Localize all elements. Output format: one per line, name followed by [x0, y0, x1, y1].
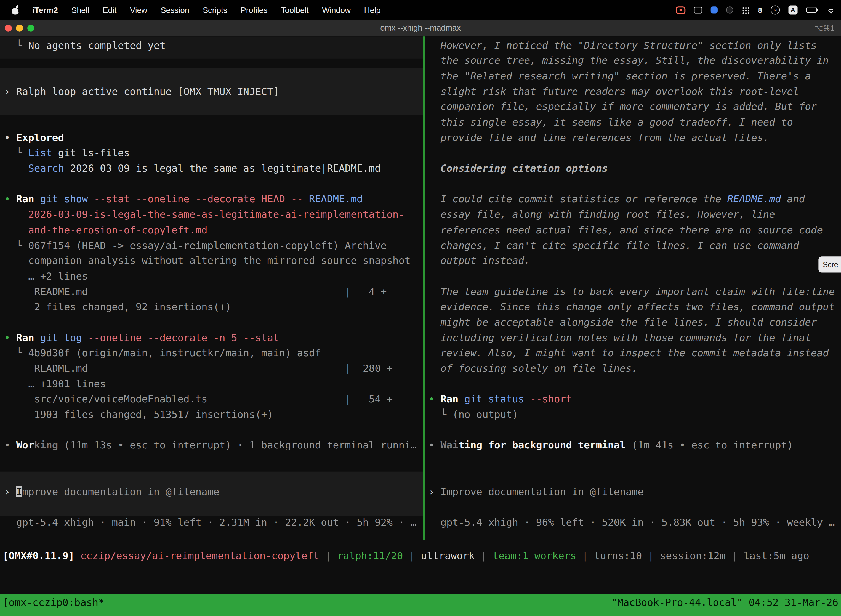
text-seg	[524, 393, 530, 405]
apple-bite-icon	[18, 10, 20, 12]
separator: |	[642, 550, 660, 561]
term-line: └ 067f154 (HEAD -> essay/ai-reimplementa…	[4, 238, 423, 253]
text-seg: src/voice/voiceModeEnabled.ts	[4, 393, 208, 405]
menu-item-shell[interactable]: Shell	[72, 5, 89, 14]
term-line	[428, 176, 841, 192]
wifi-icon[interactable]	[827, 6, 836, 13]
prompt-placeholder: mprove documentation in @filename	[22, 486, 219, 497]
figure-eight-icon[interactable]: 8	[758, 6, 762, 14]
term-line: slight risk that future readers may over…	[428, 84, 841, 100]
text-seg: README.md	[4, 286, 88, 297]
text-seg: However, I noticed the "Directory Struct…	[428, 40, 817, 51]
menu-item-help[interactable]: Help	[364, 5, 381, 14]
session-label: session:12m	[660, 550, 725, 561]
text-seg	[4, 163, 28, 174]
prompt-line[interactable]: › Improve documentation in @filename	[4, 484, 423, 500]
prompt-chevron: ›	[4, 486, 16, 497]
menu-item-edit[interactable]: Edit	[103, 5, 116, 14]
term-line: └ List git ls-files	[4, 146, 423, 161]
term-line: I could cite commit statistics or refere…	[428, 192, 841, 207]
screen: iTerm2 Shell Edit View Session Scripts P…	[0, 0, 841, 616]
dark-app-icon[interactable]	[726, 6, 733, 13]
screen-pill[interactable]: Scre	[818, 257, 841, 273]
term-line: • Ran git log --oneline --decorate -n 5 …	[4, 330, 423, 346]
right-pane-lines: However, I noticed the "Directory Struct…	[425, 38, 841, 530]
menu-item-view[interactable]: View	[130, 5, 147, 14]
close-button[interactable]	[5, 25, 12, 31]
dots-grid-icon[interactable]	[742, 6, 749, 13]
text-cursor: I	[16, 486, 22, 497]
window-grid-icon[interactable]	[694, 7, 702, 13]
text-seg: might be acceptable alongside the file l…	[428, 317, 817, 328]
right-terminal-pane[interactable]: However, I noticed the "Directory Struct…	[425, 37, 841, 540]
prompt-line[interactable]: › Improve documentation in @filename	[428, 484, 841, 500]
term-line: • Explored	[4, 130, 423, 146]
text-seg: Wor	[16, 440, 34, 451]
text-seg: companion analysis without altering the …	[4, 255, 410, 266]
menu-item-session[interactable]: Session	[161, 5, 189, 14]
bullet-icon: •	[4, 194, 16, 205]
text-seg: provide file and line references from th…	[428, 132, 769, 143]
term-line: • Ran git show --stat --oneline --decora…	[4, 192, 423, 207]
diffstat-seg: | 4 +	[345, 284, 387, 299]
zoom-button[interactable]	[27, 25, 34, 31]
text-seg: Search	[28, 163, 64, 174]
bullet-icon: •	[428, 393, 440, 405]
term-line	[4, 500, 423, 515]
text-seg: companion file, especially if more comme…	[428, 101, 817, 112]
apple-menu-icon[interactable]	[11, 5, 19, 14]
file-link: README.md	[727, 194, 781, 205]
text-seg	[88, 194, 94, 205]
waiting-status-line: • Waiting for background terminal (1m 41…	[428, 438, 841, 453]
omx-version: [OMX#0.11.9]	[3, 550, 80, 561]
term-line: and-the-erosion-of-copyleft.md	[4, 223, 423, 238]
input-source-icon[interactable]: A	[788, 5, 797, 14]
term-line: └ (no output)	[428, 407, 841, 423]
thinking-heading: Considering citation options	[428, 161, 841, 176]
term-line: src/voice/voiceModeEnabled.ts| 54 +	[4, 392, 423, 407]
bullet-icon: •	[428, 440, 440, 451]
text-seg	[34, 332, 40, 343]
prompt-placeholder: Improve documentation in @filename	[440, 486, 643, 497]
tmux-session-window: [omx-cczip0:bash*	[3, 594, 104, 610]
separator: |	[726, 550, 744, 561]
text-seg: (1m 41s • esc to interrupt)	[626, 440, 793, 451]
menu-item-window[interactable]: Window	[322, 5, 351, 14]
menu-item-toolbelt[interactable]: Toolbelt	[281, 5, 309, 14]
text-seg: Ran	[16, 332, 34, 343]
text-seg: the "Related research writing" section i…	[428, 70, 811, 82]
term-line	[4, 99, 423, 115]
bullet-icon: •	[4, 132, 16, 143]
battery-percent-badge-icon[interactable]: .61	[771, 5, 780, 14]
window-title-bar[interactable]: omx --xhigh --madmax ⌥⌘1	[0, 20, 841, 37]
text-seg: README.md	[309, 194, 363, 205]
battery-icon[interactable]	[806, 7, 818, 13]
menu-bar-left: iTerm2 Shell Edit View Session Scripts P…	[0, 5, 381, 14]
menu-item-profiles[interactable]: Profiles	[240, 5, 267, 14]
screen-recording-indicator-icon[interactable]	[676, 6, 686, 13]
term-line: companion file, especially if more comme…	[428, 99, 841, 115]
working-status-line: • Working (11m 13s • esc to interrupt) ·…	[4, 438, 423, 453]
text-seg: … +2 lines	[4, 270, 88, 282]
tree-branch-icon: └	[4, 40, 28, 51]
menu-item-iterm2[interactable]: iTerm2	[32, 5, 58, 14]
blue-app-icon[interactable]	[711, 6, 718, 13]
text-seg: output instead.	[428, 255, 530, 266]
tmux-status-bar: [omx-cczip0:bash* "MacBook-Pro-44.local"…	[0, 594, 841, 616]
menu-item-scripts[interactable]: Scripts	[203, 5, 227, 14]
minimize-button[interactable]	[16, 25, 23, 31]
text-seg: git status	[464, 393, 524, 405]
text-seg: Considering citation options	[428, 163, 608, 174]
separator: |	[319, 550, 337, 561]
left-terminal-pane[interactable]: └ No agents completed yet › Ralph loop a…	[0, 37, 423, 540]
turns-label: turns:10	[594, 550, 642, 561]
text-seg: references need actual files, and since …	[428, 224, 823, 235]
term-line: Search 2026-03-09-is-legal-the-same-as-l…	[4, 161, 423, 176]
text-seg: gpt-5.4 xhigh · main · 91% left · 2.31M …	[4, 517, 417, 528]
text-seg: changes, I can't cite specific file line…	[428, 239, 799, 251]
text-seg: king	[34, 440, 58, 451]
term-line	[428, 422, 841, 438]
separator: |	[576, 550, 594, 561]
term-line: provide file and line references from th…	[428, 130, 841, 146]
term-line	[428, 469, 841, 484]
